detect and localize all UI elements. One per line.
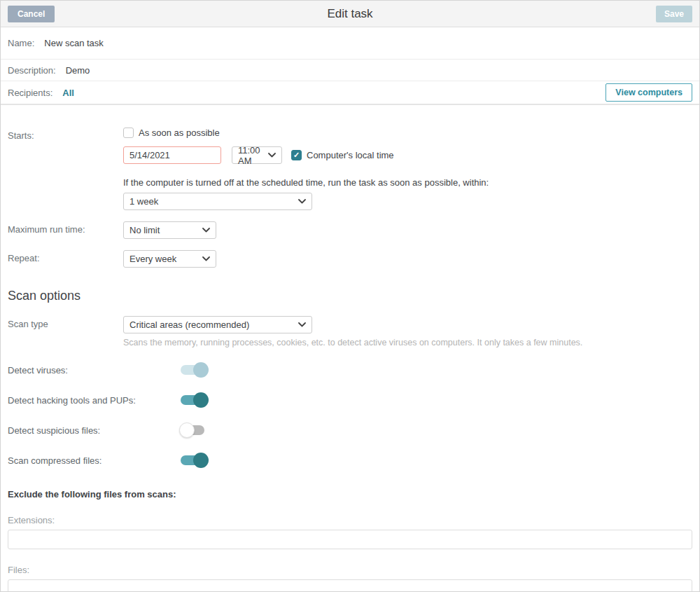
detect-hacking-toggle[interactable] bbox=[181, 392, 207, 408]
starts-section: Starts: As soon as possible 11:00 AM bbox=[8, 128, 692, 210]
repeat-label: Repeat: bbox=[8, 250, 123, 263]
recipients-label: Recipients: bbox=[8, 88, 52, 98]
max-run-time-row: Maximum run time: No limit bbox=[8, 221, 692, 239]
scan-type-help-text: Scans the memory, running processes, coo… bbox=[123, 338, 582, 347]
detect-viruses-toggle[interactable] bbox=[181, 362, 207, 378]
files-label: Files: bbox=[8, 565, 692, 575]
scan-type-row: Scan type Critical areas (recommended) S… bbox=[8, 316, 692, 347]
max-run-time-select[interactable]: No limit bbox=[123, 221, 216, 239]
detect-viruses-row: Detect viruses: bbox=[8, 362, 692, 378]
detect-suspicious-label: Detect suspicious files: bbox=[8, 425, 181, 436]
detect-suspicious-toggle[interactable] bbox=[181, 422, 207, 438]
files-input[interactable] bbox=[8, 579, 692, 592]
description-row: Description: Demo bbox=[1, 60, 699, 81]
name-row: Name: New scan task bbox=[1, 27, 699, 60]
chevron-down-icon bbox=[202, 256, 210, 261]
edit-task-page: Cancel Edit task Save Name: New scan tas… bbox=[0, 0, 700, 592]
toggle-knob bbox=[193, 362, 209, 378]
name-value[interactable]: New scan task bbox=[44, 38, 104, 48]
detect-hacking-row: Detect hacking tools and PUPs: bbox=[8, 392, 692, 408]
max-run-time-value: No limit bbox=[130, 225, 160, 235]
extensions-input[interactable] bbox=[8, 530, 692, 549]
start-time-select[interactable]: 11:00 AM bbox=[232, 146, 282, 164]
header-bar: Cancel Edit task Save bbox=[1, 1, 699, 27]
cancel-button[interactable]: Cancel bbox=[8, 6, 55, 22]
scan-type-select[interactable]: Critical areas (recommended) bbox=[123, 316, 312, 333]
local-time-label: Computer's local time bbox=[307, 150, 394, 160]
run-within-value: 1 week bbox=[130, 196, 158, 207]
chevron-down-icon bbox=[298, 199, 306, 204]
scan-type-value: Critical areas (recommended) bbox=[130, 319, 249, 330]
repeat-value: Every week bbox=[130, 254, 176, 264]
scan-compressed-label: Scan compressed files: bbox=[8, 455, 181, 466]
toggle-knob bbox=[193, 453, 209, 468]
asap-label: As soon as possible bbox=[139, 128, 220, 138]
view-computers-button[interactable]: View computers bbox=[606, 83, 692, 102]
asap-option: As soon as possible bbox=[123, 128, 489, 138]
toggle-knob bbox=[193, 392, 209, 408]
detect-suspicious-row: Detect suspicious files: bbox=[8, 422, 692, 438]
starts-label: Starts: bbox=[8, 128, 123, 210]
description-label: Description: bbox=[8, 65, 56, 76]
max-run-time-label: Maximum run time: bbox=[8, 221, 123, 235]
datetime-row: 11:00 AM ✓ Computer's local time bbox=[123, 146, 489, 164]
chevron-down-icon bbox=[298, 322, 306, 327]
repeat-select[interactable]: Every week bbox=[123, 250, 216, 268]
recipients-all-link[interactable]: All bbox=[62, 88, 74, 98]
scan-compressed-toggle[interactable] bbox=[181, 453, 207, 468]
local-time-checkbox[interactable]: ✓ bbox=[291, 150, 302, 160]
local-time-option: ✓ Computer's local time bbox=[291, 150, 394, 160]
recipients-row: Recipients: All View computers bbox=[1, 81, 699, 105]
start-date-input[interactable] bbox=[123, 146, 221, 164]
detect-hacking-label: Detect hacking tools and PUPs: bbox=[8, 395, 181, 406]
name-label: Name: bbox=[8, 38, 34, 48]
save-button[interactable]: Save bbox=[656, 6, 692, 22]
repeat-row: Repeat: Every week bbox=[8, 250, 692, 268]
page-title: Edit task bbox=[1, 7, 699, 21]
asap-checkbox[interactable] bbox=[123, 128, 134, 138]
start-time-value: 11:00 AM bbox=[238, 145, 262, 166]
toggle-knob bbox=[179, 422, 195, 438]
scan-type-label: Scan type bbox=[8, 316, 123, 329]
run-within-select[interactable]: 1 week bbox=[123, 193, 312, 210]
turned-off-note: If the computer is turned off at the sch… bbox=[123, 177, 489, 188]
scan-options-heading: Scan options bbox=[8, 289, 692, 303]
description-value[interactable]: Demo bbox=[66, 65, 90, 76]
chevron-down-icon bbox=[268, 153, 276, 158]
exclude-heading: Exclude the following files from scans: bbox=[8, 489, 692, 500]
detect-viruses-label: Detect viruses: bbox=[8, 365, 181, 376]
extensions-label: Extensions: bbox=[8, 515, 692, 525]
chevron-down-icon bbox=[202, 228, 210, 233]
scan-compressed-row: Scan compressed files: bbox=[8, 453, 692, 468]
